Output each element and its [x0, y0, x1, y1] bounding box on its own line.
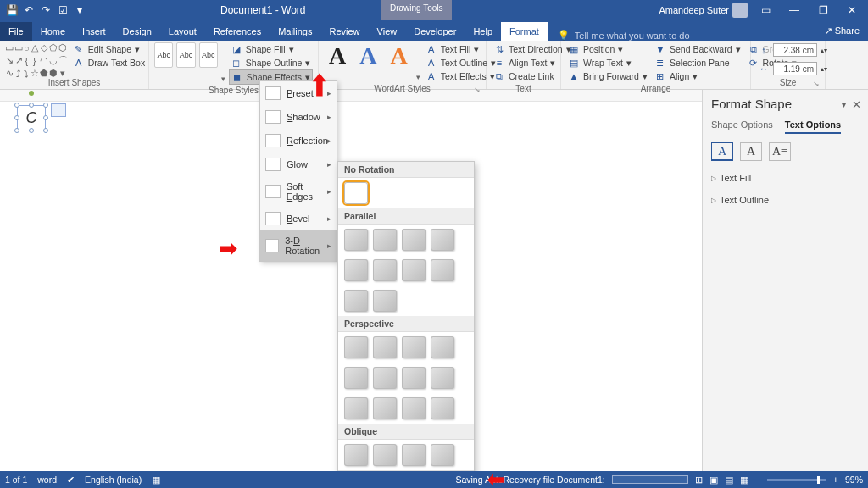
rotation-preset[interactable] [344, 290, 368, 312]
pane-section-text-outline[interactable]: ▷Text Outline [711, 195, 860, 205]
wrap-text-button[interactable]: ▤Wrap Text ▾ [566, 56, 649, 69]
menu-item-preset[interactable]: PPresetreset▸ [260, 81, 337, 105]
wordart-preset[interactable]: A [385, 42, 412, 69]
rotation-preset[interactable] [373, 367, 397, 389]
tab-help[interactable]: Help [465, 22, 501, 41]
menu-item-reflection[interactable]: Reflection▸ [260, 129, 337, 152]
tab-format[interactable]: Format [501, 22, 548, 41]
rotation-preset[interactable] [402, 229, 426, 251]
draw-text-box-button[interactable]: ADraw Text Box [71, 56, 147, 69]
edit-shape-button[interactable]: ✎Edit Shape ▾ [71, 42, 147, 56]
rotation-preset[interactable] [344, 259, 368, 281]
ribbon-display-options-icon[interactable]: ▭ [754, 0, 776, 20]
selection-pane-button[interactable]: ≣Selection Pane [653, 56, 743, 69]
tell-me-search[interactable]: 💡Tell me what you want to do [558, 30, 690, 41]
rotation-preset[interactable] [344, 229, 368, 251]
zoom-level[interactable]: 99% [845, 474, 863, 485]
spell-check-icon[interactable]: ✔ [67, 474, 75, 485]
rotation-preset[interactable] [402, 397, 426, 419]
menu-item-bevel[interactable]: Bevel▸ [260, 207, 337, 230]
tab-insert[interactable]: Insert [74, 22, 114, 41]
send-backward-button[interactable]: ▼Send Backward ▾ [653, 42, 743, 56]
shape-outline-button[interactable]: ◻Shape Outline ▾ [229, 56, 313, 69]
rotation-preset[interactable] [402, 259, 426, 281]
pane-icon-textbox[interactable]: A≡ [769, 142, 791, 161]
shape-style-preset[interactable]: Abc [154, 42, 173, 68]
rotation-preset[interactable] [373, 259, 397, 281]
rotation-preset[interactable] [344, 367, 368, 389]
position-button[interactable]: ▦Position ▾ [566, 42, 649, 56]
dialog-launcher-icon[interactable]: ↘ [474, 86, 481, 94]
rotation-preset[interactable] [402, 336, 426, 358]
resize-handle[interactable] [14, 103, 19, 108]
rotation-preset[interactable] [402, 444, 426, 466]
rotation-preset[interactable] [344, 336, 368, 358]
rotation-preset[interactable] [373, 290, 397, 312]
resize-handle[interactable] [43, 115, 48, 120]
resize-handle[interactable] [14, 128, 19, 133]
resize-handle[interactable] [14, 115, 19, 120]
view-web-layout-icon[interactable]: ▦ [740, 474, 748, 485]
word-count[interactable]: word [37, 474, 57, 485]
tab-design[interactable]: Design [114, 22, 160, 41]
shape-fill-button[interactable]: ◪Shape Fill ▾ [229, 42, 313, 56]
minimize-icon[interactable]: — [783, 0, 805, 20]
rotation-preset[interactable] [431, 336, 454, 358]
rotation-preset[interactable] [373, 229, 397, 251]
rotation-preset[interactable] [431, 444, 454, 466]
style-gallery-more-icon[interactable]: ▾ [221, 75, 225, 83]
tab-home[interactable]: Home [32, 22, 74, 41]
rotation-preset[interactable] [344, 397, 368, 419]
shape-width-input[interactable]: ↔1.19 cm▴▾ [756, 61, 829, 76]
touch-mode-icon[interactable]: ☑ [56, 3, 70, 17]
tab-review[interactable]: Review [321, 22, 369, 41]
zoom-slider[interactable] [767, 479, 826, 481]
share-button[interactable]: ↗ Share [816, 21, 868, 41]
tab-mailings[interactable]: Mailings [270, 22, 320, 41]
close-icon[interactable]: ✕ [841, 0, 863, 20]
view-print-layout-icon[interactable]: ▤ [725, 474, 733, 485]
pane-dropdown-icon[interactable]: ▾ [842, 100, 846, 109]
save-icon[interactable]: 💾 [5, 3, 19, 17]
macro-icon[interactable]: ▦ [152, 474, 160, 485]
menu-item-shadow[interactable]: Shadow▸ [260, 105, 337, 129]
tab-file[interactable]: File [0, 22, 32, 41]
view-read-mode-icon[interactable]: ▣ [709, 474, 718, 485]
bring-forward-button[interactable]: ▲Bring Forward ▾ [566, 69, 649, 83]
rotation-preset[interactable] [431, 397, 454, 419]
shape-style-preset[interactable]: Abc [199, 42, 218, 68]
resize-handle[interactable] [29, 128, 34, 133]
wordart-preset[interactable]: A [354, 42, 381, 69]
rotation-preset[interactable] [431, 229, 454, 251]
rotation-preset[interactable] [431, 367, 454, 389]
tab-view[interactable]: View [369, 22, 406, 41]
pane-section-text-fill[interactable]: ▷Text Fill [711, 173, 860, 183]
account-user[interactable]: Amandeep Suter [659, 3, 748, 18]
rotation-preset[interactable] [373, 444, 397, 466]
selected-shape[interactable]: C [17, 105, 46, 130]
pane-close-icon[interactable]: ✕ [852, 98, 861, 111]
undo-icon[interactable]: ↶ [22, 3, 36, 17]
rotation-preset[interactable] [402, 367, 426, 389]
shape-height-input[interactable]: ↕2.38 cm▴▾ [756, 42, 829, 58]
shape-style-preset[interactable]: Abc [176, 42, 195, 68]
pane-tab-shape-options[interactable]: Shape Options [711, 119, 773, 134]
layout-options-icon[interactable] [51, 103, 66, 117]
redo-icon[interactable]: ↷ [39, 3, 53, 17]
rotation-preset[interactable] [431, 259, 454, 281]
display-settings-icon[interactable]: ⊞ [695, 474, 703, 485]
pane-tab-text-options[interactable]: Text Options [785, 119, 841, 134]
wordart-preset[interactable]: A [324, 42, 351, 69]
shapes-gallery[interactable]: ▭▭○△◇⬠⬡ ↘↗{}◠◡⌒ ∿⤴⤵☆⬟⬢▾ [5, 42, 68, 75]
menu-item-3d-rotation[interactable]: 3-D Rotation▸ [260, 230, 337, 261]
rotation-preset[interactable] [344, 444, 368, 466]
menu-item-glow[interactable]: Glow▸ [260, 152, 337, 176]
tab-developer[interactable]: Developer [405, 22, 465, 41]
language-indicator[interactable]: English (India) [85, 474, 142, 485]
resize-handle[interactable] [29, 103, 34, 108]
restore-icon[interactable]: ❐ [812, 0, 834, 20]
rotation-handle[interactable] [29, 91, 34, 96]
resize-handle[interactable] [43, 128, 48, 133]
pane-icon-text-fill[interactable]: A [711, 142, 733, 161]
tab-layout[interactable]: Layout [160, 22, 205, 41]
